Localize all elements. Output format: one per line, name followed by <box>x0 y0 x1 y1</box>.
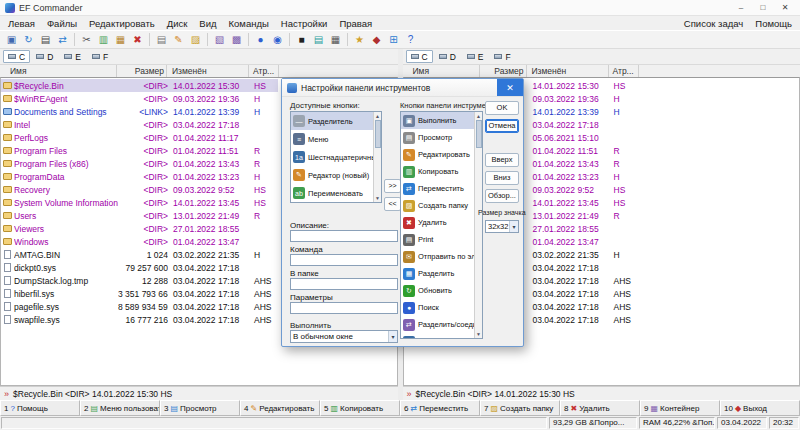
scroll-down-icon[interactable]: ▼ <box>476 330 481 338</box>
menu-item[interactable]: Список задач <box>678 18 749 29</box>
fn-2-button[interactable]: 2▤Меню пользователя <box>80 400 160 416</box>
new-window-icon[interactable]: ▣ <box>3 32 20 48</box>
file-row[interactable]: $WinREAgent<DIR>09.03.2022 19:36H <box>1 92 278 105</box>
minimize-button[interactable]: – <box>731 1 751 14</box>
file-row[interactable]: Program Files (x86)<DIR>01.04.2022 13:43… <box>1 157 278 170</box>
copy-panel-icon[interactable]: ▤ <box>37 32 54 48</box>
menu-item[interactable]: Помощь <box>749 18 798 29</box>
move-right-button[interactable]: >> <box>384 179 401 193</box>
calculator-icon[interactable]: ▦ <box>327 32 344 48</box>
fn-3-button[interactable]: 3▤Просмотр <box>160 400 240 416</box>
field-input[interactable] <box>290 254 398 266</box>
scroll-up-icon[interactable]: ▲ <box>476 112 481 120</box>
refresh-icon[interactable]: ↻ <box>20 32 37 48</box>
toolbar-button-item[interactable]: ✉Отправить по электро... <box>401 248 474 265</box>
field-input[interactable] <box>290 278 398 290</box>
move-left-button[interactable]: << <box>384 197 401 211</box>
file-row[interactable]: Viewers<DIR>27.01.2022 18:55 <box>1 222 278 235</box>
icon-size-select[interactable]: 32x32 ▾ <box>485 220 519 233</box>
column-header-date[interactable]: Изменён <box>167 65 249 77</box>
unpack-icon[interactable]: ▩ <box>228 32 245 48</box>
menu-item[interactable]: Редактировать <box>83 18 161 29</box>
file-row[interactable]: System Volume Information<DIR>14.01.2022… <box>1 196 278 209</box>
swap-panels-icon[interactable]: ⇄ <box>54 32 71 48</box>
toolbar-button-item[interactable]: ▨Создать папку <box>401 197 474 214</box>
field-input[interactable] <box>290 302 398 314</box>
column-header-attr[interactable]: Атр... <box>249 65 279 77</box>
toolbar-button-item[interactable]: ▥Копировать <box>401 163 474 180</box>
maximize-button[interactable]: □ <box>753 1 773 14</box>
down-button[interactable]: Вниз <box>485 171 519 185</box>
help-icon[interactable]: ? <box>402 32 419 48</box>
column-header-name[interactable]: Имя <box>0 65 117 77</box>
cancel-button[interactable]: Отмена <box>485 119 519 133</box>
drive-button-d[interactable]: D <box>31 50 58 63</box>
toolbar-button-item[interactable]: ⇄Переместить <box>401 180 474 197</box>
view-icon[interactable]: ▤ <box>153 32 170 48</box>
menu-item[interactable]: Вид <box>193 18 222 29</box>
available-button-item[interactable]: —Разделитель <box>291 112 373 130</box>
scroll-down-icon[interactable]: ▼ <box>375 194 380 202</box>
available-button-item[interactable]: ✎Редактор (новый) <box>291 166 373 184</box>
scroll-thumb[interactable] <box>375 120 381 148</box>
fn-6-button[interactable]: 6⇄Переместить <box>400 400 480 416</box>
file-row[interactable]: dickpt0.sys79 257 60003.04.2022 17:18 <box>1 261 278 274</box>
file-row[interactable]: pagefile.sys8 589 934 59203.04.2022 17:1… <box>1 300 278 313</box>
mkdir-icon[interactable]: ▨ <box>187 32 204 48</box>
edit-icon[interactable]: ✎ <box>170 32 187 48</box>
field-input[interactable] <box>290 230 398 242</box>
copy-icon[interactable]: ▥ <box>95 32 112 48</box>
file-row[interactable]: AMTAG.BIN1 02403.02.2022 21:35H <box>1 248 278 261</box>
drive-button-f[interactable]: F <box>489 50 515 63</box>
browse-button[interactable]: Обзор... <box>485 189 519 203</box>
settings-icon[interactable]: ⊞ <box>385 32 402 48</box>
toolbar-button-item[interactable]: ▤Просмотр <box>401 129 474 146</box>
drive-button-c[interactable]: C <box>3 50 30 63</box>
available-button-item[interactable]: ≡Меню <box>291 130 373 148</box>
menu-item[interactable]: Диск <box>161 18 194 29</box>
file-row[interactable]: Intel<DIR>03.04.2022 17:18 <box>1 118 278 131</box>
toolbar-button-item[interactable]: ▦Сравнить папки <box>401 333 474 338</box>
fn-7-button[interactable]: 7▨Создать папку <box>480 400 560 416</box>
close-button[interactable]: ✕ <box>775 1 795 14</box>
file-row[interactable]: swapfile.sys16 777 21603.04.2022 17:18AH… <box>1 313 278 326</box>
column-header-date[interactable]: Изменён <box>527 65 609 77</box>
toolbar-button-item[interactable]: ▦Разделить <box>401 265 474 282</box>
available-buttons-list[interactable]: —Разделитель≡Меню1aШестнадцатеричный ред… <box>290 111 382 203</box>
history-icon[interactable]: ◆ <box>368 32 385 48</box>
available-button-item[interactable]: abПереименовать <box>291 184 373 202</box>
file-row[interactable]: Users<DIR>13.01.2022 21:49R <box>1 209 278 222</box>
fn-8-button[interactable]: 8✖Удалить <box>560 400 640 416</box>
delete-icon[interactable]: ✖ <box>129 32 146 48</box>
drive-button-c[interactable]: C <box>406 50 433 63</box>
search-files-icon[interactable]: ◉ <box>269 32 286 48</box>
cut-icon[interactable]: ✂ <box>78 32 95 48</box>
fn-5-button[interactable]: 5▥Копировать <box>320 400 400 416</box>
up-button[interactable]: Вверх <box>485 153 519 167</box>
menu-item[interactable]: Правая <box>333 18 378 29</box>
favorites-icon[interactable]: ★ <box>351 32 368 48</box>
notepad-icon[interactable]: ▤ <box>310 32 327 48</box>
fn-4-button[interactable]: 4✎Редактировать <box>240 400 320 416</box>
drive-button-f[interactable]: F <box>87 50 113 63</box>
toolbar-button-item[interactable]: ✎Редактировать <box>401 146 474 163</box>
menu-item[interactable]: Команды <box>223 18 275 29</box>
fn-10-button[interactable]: 10◆Выход <box>720 400 800 416</box>
column-header-attr[interactable]: Атр... <box>609 65 639 77</box>
toolbar-button-item[interactable]: ●Поиск <box>401 299 474 316</box>
scrollbar[interactable]: ▲ ▼ <box>474 112 482 338</box>
scrollbar[interactable]: ▲ ▼ <box>373 112 381 202</box>
menu-item[interactable]: Левая <box>2 18 41 29</box>
dialog-close-button[interactable]: ✕ <box>497 79 523 96</box>
fn-9-button[interactable]: 9▦Контейнер <box>640 400 720 416</box>
toolbar-button-item[interactable]: ⇄Разделить/соединить <box>401 316 474 333</box>
file-row[interactable]: Windows<DIR>01.04.2022 13:47 <box>1 235 278 248</box>
file-row[interactable]: DumpStack.log.tmp12 28803.04.2022 17:18A… <box>1 274 278 287</box>
scroll-up-icon[interactable]: ▲ <box>375 112 380 120</box>
drive-button-e[interactable]: E <box>59 50 86 63</box>
toolbar-button-item[interactable]: ✖Удалить <box>401 214 474 231</box>
file-row[interactable]: $Recycle.Bin<DIR>14.01.2022 15:30HS <box>1 79 278 92</box>
file-row[interactable]: Program Files<DIR>01.04.2022 11:51R <box>1 144 278 157</box>
drive-button-e[interactable]: E <box>462 50 489 63</box>
pack-icon[interactable]: ▧ <box>211 32 228 48</box>
